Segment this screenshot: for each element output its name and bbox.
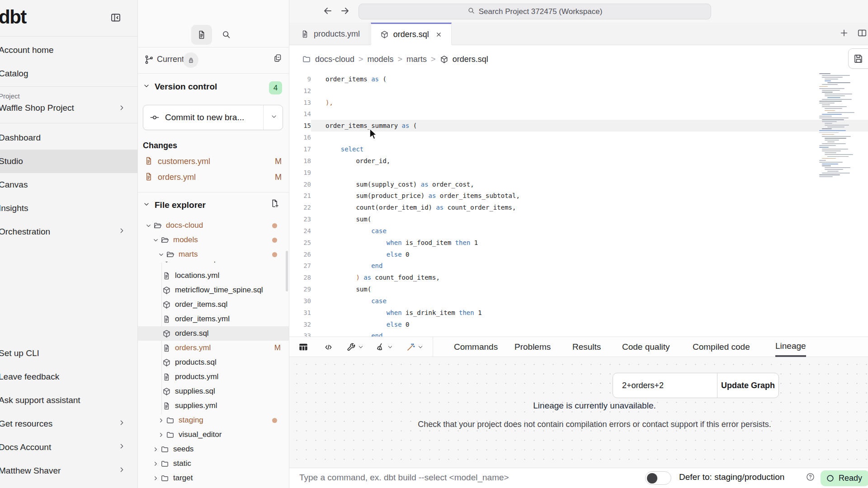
code-line-20[interactable]: 20 sum(supply_cost) as order_cost,	[289, 178, 868, 190]
code-line-28[interactable]: 28 ) as count_food_items,	[289, 272, 868, 283]
panel-tab-lineage[interactable]: Lineage	[775, 337, 806, 357]
tree-item-metricflow_time_spine.sql[interactable]: metricflow_time_spine.sql	[138, 283, 289, 297]
version-control-section[interactable]: Version control	[143, 82, 217, 92]
close-icon[interactable]	[435, 31, 442, 38]
branch-row[interactable]: Current	[138, 47, 289, 73]
forward-arrow-icon[interactable]	[338, 5, 352, 18]
sidebar-item-account-home[interactable]: Account home	[0, 38, 137, 62]
code-line-25[interactable]: 25 when is_food_item then 1	[289, 237, 868, 249]
tree-item-visual_editor[interactable]: visual_editor	[138, 427, 289, 442]
lineage-selector-input[interactable]: 2+orders+2	[613, 373, 717, 398]
code-line-9[interactable]: 9order_items as (	[289, 73, 868, 85]
help-icon[interactable]	[806, 472, 815, 483]
code-line-27[interactable]: 27 end	[289, 260, 868, 272]
sidebar-item-leave-feedback[interactable]: Leave feedback	[0, 365, 137, 389]
tree-item-order_items.sql[interactable]: order_items.sql	[138, 297, 289, 312]
code-line-23[interactable]: 23 sum(	[289, 213, 868, 225]
changed-file-orders.yml[interactable]: orders.ymlM	[138, 169, 289, 185]
sidebar-item-matthew-shaver[interactable]: Matthew Shaver	[0, 459, 137, 483]
sidebar-item-insights[interactable]: Insights	[0, 197, 137, 220]
code-line-13[interactable]: 13),	[289, 97, 868, 108]
results-table-button[interactable]	[298, 337, 308, 357]
tree-item-orders.yml[interactable]: orders.ymlM	[138, 341, 289, 355]
code-line-31[interactable]: 31 when is_drink_item then 1	[289, 307, 868, 319]
code-line-22[interactable]: 22 count(order_item_id) as count_order_i…	[289, 202, 868, 213]
command-input[interactable]: Type a command, ex. dbt build --select <…	[299, 473, 509, 483]
sidebar-item-orchestration[interactable]: Orchestration	[0, 220, 137, 244]
model-icon	[162, 262, 171, 263]
code-editor[interactable]: 9order_items as (1213),1415order_items_s…	[289, 73, 868, 337]
code-line-29[interactable]: 29 sum(	[289, 283, 868, 295]
tree-item-products.sql[interactable]: products.sql	[138, 355, 289, 370]
sidebar-item-docs-account[interactable]: Docs Account	[0, 436, 137, 459]
tree-item-orders.sql[interactable]: orders.sql	[138, 326, 289, 341]
tree-item-workflows[interactable]: workflows	[138, 485, 289, 488]
panel-tab-compiled-code[interactable]: Compiled code	[693, 337, 750, 357]
format-button[interactable]	[376, 337, 393, 357]
panel-tab-results[interactable]: Results	[572, 337, 601, 357]
sidebar-item-dashboard[interactable]: Dashboard	[0, 126, 137, 150]
breadcrumb-segment[interactable]: docs-cloud	[315, 55, 354, 64]
panel-scrollbar[interactable]	[286, 251, 288, 291]
breadcrumb-segment[interactable]: models	[368, 55, 394, 64]
sidebar-item-catalog[interactable]: Catalog	[0, 62, 137, 85]
code-line-30[interactable]: 30 case	[289, 295, 868, 307]
code-line-17[interactable]: 17 select	[289, 143, 868, 155]
tree-item-locations.yml[interactable]: locations.yml	[138, 268, 289, 283]
save-file-button[interactable]	[848, 48, 868, 69]
sidebar-item-project[interactable]: Waffle Shop Project	[0, 103, 74, 113]
code-line-32[interactable]: 32 else 0	[289, 319, 868, 330]
panel-tab-commands[interactable]: Commands	[454, 337, 498, 357]
file-explorer-section[interactable]: File explorer	[143, 200, 206, 210]
sidebar-item-set-up-cli[interactable]: Set up CLI	[0, 342, 137, 365]
tab-orders.sql[interactable]: orders.sql	[371, 23, 452, 45]
tree-item-supplies.sql[interactable]: supplies.sql	[138, 384, 289, 399]
tree-item-target[interactable]: target	[138, 471, 289, 485]
tree-item-supplies.yml[interactable]: supplies.yml	[138, 399, 289, 413]
commit-to-new-branch-button[interactable]: Commit to new bra...	[143, 105, 283, 130]
code-line-26[interactable]: 26 else 0	[289, 249, 868, 260]
new-file-icon[interactable]	[270, 199, 280, 210]
code-line-33[interactable]: 33 end	[289, 330, 868, 337]
copy-icon[interactable]	[273, 53, 283, 65]
search-input[interactable]: Search Project 372475 (Workspace)	[359, 4, 711, 19]
sidebar-item-canvas[interactable]: Canvas	[0, 173, 137, 197]
new-tab-icon[interactable]	[839, 28, 849, 39]
chevron-down-icon[interactable]	[270, 113, 278, 122]
sidebar-item-ask-support-assistant[interactable]: Ask support assistant	[0, 389, 137, 412]
search-files-button[interactable]	[218, 28, 234, 42]
defer-toggle[interactable]	[645, 471, 671, 485]
tree-item-order_items.yml[interactable]: order_items.yml	[138, 312, 289, 326]
build-tools-button[interactable]	[346, 337, 364, 357]
tree-item-marts[interactable]: marts	[138, 247, 289, 262]
changed-file-customers.yml[interactable]: customers.ymlM	[138, 154, 289, 169]
sidebar-item-label: Leave feedback	[0, 372, 59, 382]
sidebar-item-get-resources[interactable]: Get resources	[0, 412, 137, 436]
tree-item-seeds[interactable]: seeds	[138, 442, 289, 456]
code-line-19[interactable]: 19	[289, 167, 868, 178]
split-editor-icon[interactable]	[857, 28, 867, 39]
code-line-12[interactable]: 12	[289, 85, 868, 97]
tree-item-staging[interactable]: staging	[138, 413, 289, 427]
update-graph-button[interactable]: Update Graph	[717, 373, 778, 398]
tree-item-docs-cloud[interactable]: docs-cloud	[138, 218, 289, 233]
fix-with-ai-button[interactable]	[406, 337, 424, 357]
code-line-18[interactable]: 18 order_id,	[289, 155, 868, 167]
tree-item-models[interactable]: models	[138, 233, 289, 247]
tree-item-static[interactable]: static	[138, 456, 289, 471]
breadcrumb-segment[interactable]: marts	[406, 55, 427, 64]
panel-tab-problems[interactable]: Problems	[514, 337, 551, 357]
files-view-button[interactable]	[191, 25, 212, 45]
tab-products.yml[interactable]: products.yml	[292, 23, 369, 45]
collapse-sidebar-button[interactable]	[109, 12, 123, 24]
tree-item-locations.sql[interactable]: locations.sql	[138, 262, 289, 268]
code-line-14[interactable]: 14	[289, 108, 868, 120]
code-line-21[interactable]: 21 sum(product_price) as order_items_sub…	[289, 190, 868, 202]
sidebar-item-studio[interactable]: Studio	[0, 150, 137, 173]
code-minimap[interactable]	[819, 73, 857, 179]
back-arrow-icon[interactable]	[321, 5, 335, 18]
panel-tab-code-quality[interactable]: Code quality	[622, 337, 670, 357]
tree-item-products.yml[interactable]: products.yml	[138, 370, 289, 384]
code-line-24[interactable]: 24 case	[289, 225, 868, 237]
compiled-code-button[interactable]	[324, 337, 333, 357]
